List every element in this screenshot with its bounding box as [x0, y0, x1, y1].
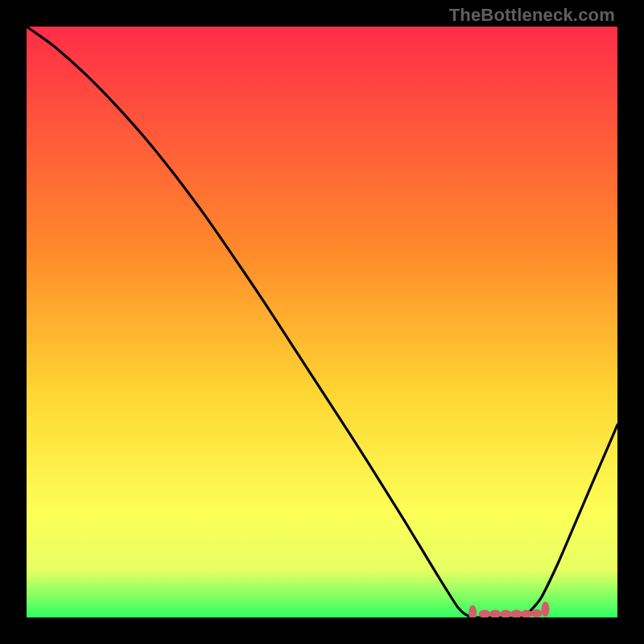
flat-zone-marker: [500, 609, 511, 617]
flat-zone-marker: [530, 609, 542, 617]
flat-zone-marker: [479, 609, 490, 617]
plot-area: [27, 27, 617, 617]
bottleneck-curve: [27, 27, 617, 617]
flat-zone-marker: [510, 609, 522, 617]
flat-zone-marker: [541, 601, 549, 617]
flat-zone-marker: [469, 605, 477, 617]
watermark-text: TheBottleneck.com: [449, 5, 615, 26]
chart-frame: TheBottleneck.com: [0, 0, 644, 644]
flat-zone-marker: [489, 609, 501, 617]
